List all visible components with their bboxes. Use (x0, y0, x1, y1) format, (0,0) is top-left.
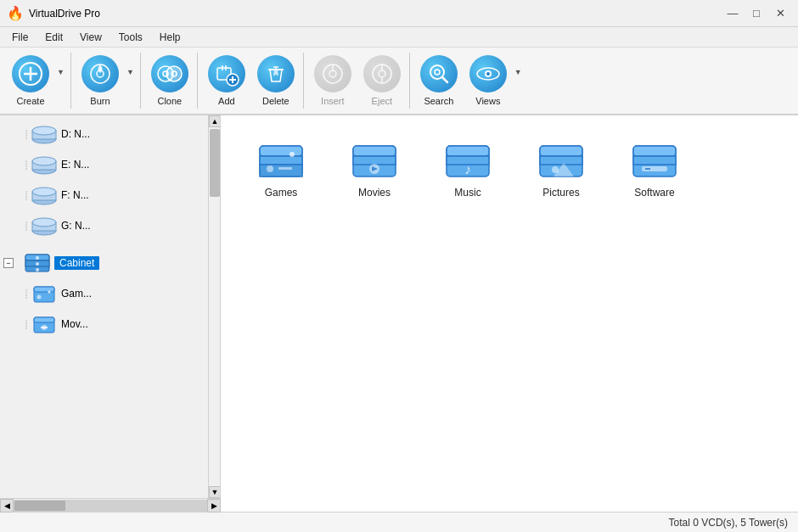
svg-point-41 (32, 218, 56, 227)
views-arrow[interactable]: ▼ (512, 52, 525, 109)
tree-item-f[interactable]: ┊ F: N... (0, 180, 208, 210)
horizontal-scrollbar: ◀ ▶ (0, 498, 221, 512)
svg-point-18 (329, 70, 336, 77)
svg-point-7 (166, 66, 182, 81)
svg-point-45 (36, 256, 39, 260)
tree-label-e: E: N... (61, 159, 89, 171)
svg-point-21 (379, 70, 385, 77)
menu-item-tools[interactable]: Tools (110, 30, 151, 45)
svg-point-61 (289, 152, 295, 157)
svg-rect-79 (633, 156, 676, 165)
file-item-games[interactable]: Games (234, 129, 328, 205)
software-icon (632, 137, 677, 183)
status-text: Total 0 VCD(s), 5 Tower(s) (669, 517, 788, 529)
clone-icon (151, 55, 188, 92)
svg-point-51 (48, 291, 51, 294)
clone-label: Clone (157, 96, 182, 106)
delete-button[interactable]: Delete (252, 52, 300, 109)
hscroll-track (14, 500, 207, 512)
hscroll-right-button[interactable]: ▶ (207, 499, 221, 512)
scroll-thumb[interactable] (210, 129, 220, 197)
svg-text:♪: ♪ (464, 162, 471, 176)
tree-item-cabinet[interactable]: − Cabinet (0, 248, 208, 278)
svg-point-38 (32, 188, 56, 196)
search-button[interactable]: Search (415, 52, 463, 109)
svg-rect-55 (41, 327, 48, 328)
add-icon (208, 55, 245, 92)
insert-button[interactable]: Insert (309, 52, 357, 109)
music-label: Music (454, 187, 480, 199)
cabinet-expander[interactable]: − (3, 258, 14, 268)
burn-group: Burn ▼ (76, 53, 141, 109)
maximize-button[interactable]: □ (745, 3, 767, 25)
burn-icon (81, 55, 119, 92)
burn-btn-group: Burn ▼ (76, 52, 137, 109)
tree-item-movies-sub[interactable]: ┊ Mov... (0, 309, 208, 339)
menu-item-view[interactable]: View (71, 30, 110, 45)
tree-item-e[interactable]: ┊ E: N... (0, 149, 208, 180)
insert-label: Insert (321, 96, 345, 106)
delete-label: Delete (262, 96, 289, 106)
views-group: Views ▼ (464, 53, 525, 109)
views-button[interactable]: Views (464, 52, 512, 109)
tree-item-d[interactable]: ┊ D: N... (0, 119, 208, 149)
menu-item-edit[interactable]: Edit (37, 30, 71, 45)
movies-icon (351, 137, 397, 183)
create-button[interactable]: Create (7, 52, 54, 109)
tree-item-g[interactable]: ┊ G: N... (0, 210, 208, 241)
create-btn-group: Create ▼ (7, 52, 67, 109)
svg-rect-49 (34, 287, 54, 292)
disk-icon-g (31, 212, 58, 239)
add-group: Add (203, 53, 250, 109)
burn-button[interactable]: Burn (76, 52, 124, 109)
burn-arrow[interactable]: ▼ (124, 52, 137, 109)
svg-point-25 (435, 70, 440, 75)
titlebar-controls: — □ ✕ (722, 3, 791, 25)
create-arrow[interactable]: ▼ (54, 52, 67, 109)
svg-rect-69 (447, 146, 489, 156)
connector-e: ┊ (24, 160, 29, 170)
close-button[interactable]: ✕ (769, 3, 791, 25)
file-item-software[interactable]: Software (608, 129, 701, 205)
svg-point-50 (37, 295, 42, 300)
file-item-movies[interactable]: Movies (328, 129, 421, 205)
hscroll-left-button[interactable]: ◀ (0, 499, 14, 512)
clone-button[interactable]: Clone (146, 52, 194, 109)
svg-rect-53 (34, 317, 54, 322)
create-label: Create (16, 96, 44, 106)
menu-item-file[interactable]: File (3, 30, 37, 45)
sidebar-container: ┊ D: N... ┊ (0, 115, 221, 512)
eject-button[interactable]: Eject (358, 52, 406, 109)
eject-group: Eject (358, 53, 410, 109)
games-icon (258, 137, 304, 183)
svg-rect-57 (260, 146, 302, 156)
scroll-down-button[interactable]: ▼ (209, 486, 220, 498)
file-item-pictures[interactable]: Pictures (514, 129, 608, 205)
file-item-music[interactable]: ♪ Music (421, 129, 514, 205)
add-label: Add (218, 96, 235, 106)
minimize-button[interactable]: — (722, 3, 744, 25)
burn-label: Burn (90, 96, 110, 106)
connector-f: ┊ (24, 191, 29, 200)
disk-icon-e (31, 151, 58, 178)
games-label: Games (265, 187, 298, 199)
sidebar-tree: ┊ D: N... ┊ (0, 115, 208, 498)
svg-rect-59 (260, 165, 302, 176)
svg-rect-62 (278, 167, 292, 170)
tree-label-movies-sub: Mov... (61, 318, 88, 330)
svg-point-46 (36, 262, 39, 266)
scroll-up-button[interactable]: ▲ (209, 115, 220, 127)
tree-item-games-sub[interactable]: ┊ Gam... (0, 278, 208, 309)
svg-rect-64 (353, 146, 396, 156)
connector-d: ┊ (24, 130, 29, 139)
insert-group: Insert (309, 53, 357, 109)
svg-rect-73 (540, 146, 582, 156)
hscroll-thumb[interactable] (14, 501, 65, 511)
menu-item-help[interactable]: Help (151, 30, 189, 45)
add-button[interactable]: Add (203, 52, 250, 109)
main-content: Games Movies ♪ Music (221, 115, 798, 512)
connector-games-sub: ┊ (24, 289, 29, 299)
toolbar: Create ▼ Burn ▼ (0, 48, 798, 115)
views-label: Views (475, 96, 500, 106)
titlebar: 🔥 VirtualDrive Pro — □ ✕ (0, 0, 798, 27)
